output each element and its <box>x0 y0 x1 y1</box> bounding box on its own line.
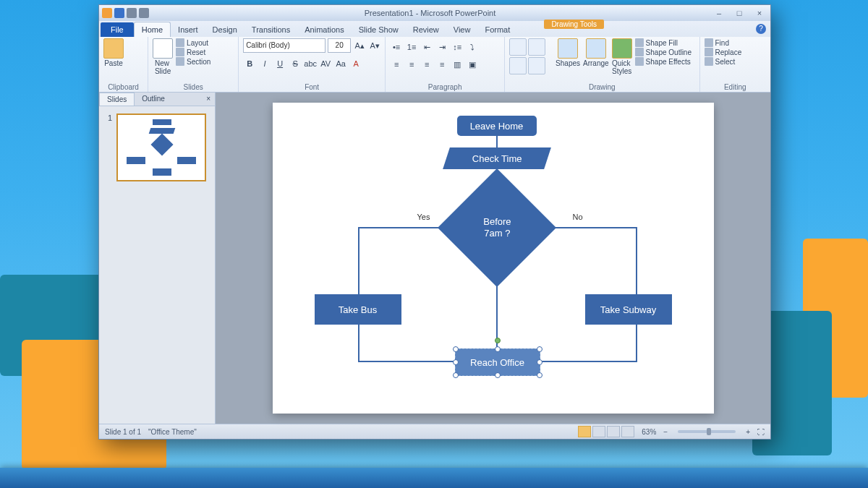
justify-icon[interactable]: ≡ <box>435 58 448 71</box>
strike-button[interactable]: S <box>289 57 302 70</box>
columns-icon[interactable]: ▥ <box>451 58 464 71</box>
align-center-icon[interactable]: ≡ <box>405 58 418 71</box>
selection-handle[interactable] <box>453 359 459 365</box>
slide-sorter-view-button[interactable] <box>592 426 605 437</box>
zoom-slider[interactable] <box>678 430 736 433</box>
increase-indent-icon[interactable]: ⇥ <box>435 40 448 53</box>
line-spacing-icon[interactable]: ↕≡ <box>451 40 464 53</box>
layout-button[interactable]: Layout <box>176 38 210 47</box>
tab-transitions[interactable]: Transitions <box>244 22 297 37</box>
selection-handle[interactable] <box>453 346 459 352</box>
shape-gallery-item[interactable] <box>528 57 545 74</box>
reading-view-button[interactable] <box>607 426 620 437</box>
tab-insert[interactable]: Insert <box>171 22 205 37</box>
flowchart-data[interactable]: Check Time <box>443 147 551 169</box>
numbering-icon[interactable]: 1≡ <box>405 40 418 53</box>
flowchart-terminator-end-selected[interactable]: Reach Office <box>455 348 540 376</box>
arrange-button[interactable]: Arrange <box>583 38 609 67</box>
font-color-button[interactable]: A <box>349 57 362 70</box>
contextual-tab-drawing-tools[interactable]: Drawing Tools <box>544 20 604 29</box>
windows-taskbar[interactable] <box>0 468 868 488</box>
new-slide-icon <box>153 38 173 59</box>
zoom-level[interactable]: 63% <box>642 428 656 436</box>
reset-button[interactable]: Reset <box>176 48 210 56</box>
connector[interactable] <box>358 227 359 294</box>
increase-font-icon[interactable]: A▴ <box>353 39 366 52</box>
shapes-button[interactable]: Shapes <box>556 38 580 67</box>
tab-view[interactable]: View <box>446 22 478 37</box>
selection-handle[interactable] <box>537 359 542 365</box>
close-panel-button[interactable]: × <box>202 93 215 106</box>
connector[interactable] <box>636 227 637 294</box>
text-direction-icon[interactable]: ⤵ <box>466 40 479 53</box>
selection-handle[interactable] <box>495 372 501 378</box>
selection-handle[interactable] <box>537 372 542 378</box>
paste-button[interactable]: Paste <box>103 38 124 67</box>
quick-styles-button[interactable]: Quick Styles <box>612 38 632 75</box>
fit-to-window-button[interactable]: ⛶ <box>757 428 765 436</box>
redo-icon[interactable] <box>139 8 149 18</box>
section-button[interactable]: Section <box>176 57 210 66</box>
app-icon[interactable] <box>102 8 112 18</box>
underline-button[interactable]: U <box>273 57 286 70</box>
shape-gallery-item[interactable] <box>509 57 527 74</box>
slides-tab[interactable]: Slides <box>99 93 135 106</box>
zoom-in-button[interactable]: + <box>746 428 750 436</box>
slide-editor[interactable]: Leave Home Check Time Before 7am ? Yes N… <box>216 93 770 424</box>
char-spacing-button[interactable]: AV <box>319 57 332 70</box>
maximize-button[interactable]: □ <box>731 8 747 18</box>
smartart-icon[interactable]: ▣ <box>466 58 479 71</box>
font-size-select[interactable]: 20 <box>328 38 351 53</box>
close-button[interactable]: × <box>752 8 767 18</box>
selection-handle[interactable] <box>537 346 542 352</box>
change-case-button[interactable]: Aa <box>334 57 347 70</box>
align-left-icon[interactable]: ≡ <box>390 58 403 71</box>
help-icon[interactable]: ? <box>756 24 766 34</box>
layout-icon <box>176 38 184 47</box>
outline-tab[interactable]: Outline <box>135 93 172 106</box>
minimize-button[interactable]: – <box>711 8 727 18</box>
flowchart-decision[interactable]: Before 7am ? <box>437 168 556 287</box>
rotation-handle[interactable] <box>495 338 501 343</box>
select-button[interactable]: Select <box>705 57 742 66</box>
tab-animations[interactable]: Animations <box>297 22 351 37</box>
tab-design[interactable]: Design <box>205 22 244 37</box>
tab-review[interactable]: Review <box>406 22 446 37</box>
new-slide-button[interactable]: New Slide <box>153 38 173 75</box>
connector[interactable] <box>358 325 359 361</box>
replace-button[interactable]: Replace <box>705 48 742 56</box>
zoom-out-button[interactable]: − <box>663 428 668 436</box>
selection-handle[interactable] <box>453 372 459 378</box>
tab-home[interactable]: Home <box>134 22 171 37</box>
flowchart-process-bus[interactable]: Take Bus <box>315 294 401 325</box>
shape-fill-button[interactable]: Shape Fill <box>635 38 692 47</box>
tab-format[interactable]: Format <box>477 22 517 37</box>
bold-button[interactable]: B <box>243 57 256 70</box>
slide-canvas[interactable]: Leave Home Check Time Before 7am ? Yes N… <box>273 103 714 414</box>
shadow-button[interactable]: abc <box>304 57 317 70</box>
save-icon[interactable] <box>114 8 124 18</box>
shape-effects-button[interactable]: Shape Effects <box>635 57 692 66</box>
undo-icon[interactable] <box>127 8 137 18</box>
font-family-select[interactable]: Calibri (Body) <box>243 38 326 53</box>
flowchart-process-subway[interactable]: Take Subway <box>585 294 672 325</box>
title-bar[interactable]: Presentation1 - Microsoft PowerPoint – □… <box>99 5 770 21</box>
shape-gallery-item[interactable] <box>528 38 545 56</box>
find-button[interactable]: Find <box>705 38 742 47</box>
shape-outline-button[interactable]: Shape Outline <box>635 48 692 56</box>
align-right-icon[interactable]: ≡ <box>420 58 433 71</box>
decrease-indent-icon[interactable]: ⇤ <box>420 40 433 53</box>
slideshow-view-button[interactable] <box>621 426 634 437</box>
bullets-icon[interactable]: •≡ <box>390 40 403 53</box>
decrease-font-icon[interactable]: A▾ <box>368 39 381 52</box>
normal-view-button[interactable] <box>578 426 591 437</box>
selection-handle[interactable] <box>495 346 501 352</box>
tab-slideshow[interactable]: Slide Show <box>352 22 406 37</box>
tab-file[interactable]: File <box>101 22 134 37</box>
italic-button[interactable]: I <box>258 57 271 70</box>
slide-thumbnail[interactable]: 1 <box>108 114 206 181</box>
connector[interactable] <box>496 136 498 147</box>
shape-gallery-item[interactable] <box>509 38 527 56</box>
connector[interactable] <box>636 325 637 361</box>
flowchart-terminator-start[interactable]: Leave Home <box>457 116 537 136</box>
